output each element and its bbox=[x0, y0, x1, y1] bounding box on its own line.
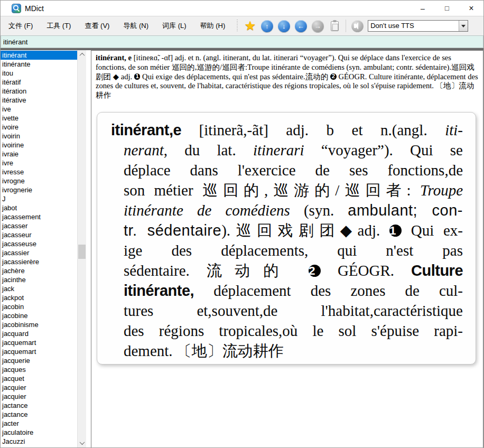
list-item[interactable]: J bbox=[1, 194, 77, 203]
list-item[interactable]: jacquard bbox=[1, 329, 77, 338]
list-item[interactable]: jacasseuse bbox=[1, 239, 77, 248]
list-item[interactable]: jaculatoire bbox=[1, 428, 77, 437]
list-item[interactable]: Jacuzzi bbox=[1, 437, 77, 446]
list-item[interactable]: jacasseur bbox=[1, 230, 77, 239]
list-item[interactable]: ivette bbox=[1, 114, 77, 123]
scan-text-line: des régions tropicales,où le sol s'épuis… bbox=[124, 321, 463, 341]
scan-text-line: tures et,souvent,de l'habitat,caractéris… bbox=[124, 301, 463, 321]
list-item[interactable]: ivoirin bbox=[1, 132, 77, 141]
list-item[interactable]: ivrognerie bbox=[1, 185, 77, 194]
word-sidebar: itinérantitinéranteitouitératifitération… bbox=[1, 50, 86, 447]
list-item[interactable]: ive bbox=[1, 105, 77, 114]
menu-view[interactable]: 查看 (V) bbox=[78, 19, 116, 33]
menu-bar: 文件 (F)工具 (T)查看 (V)导航 (N)词库 (L)帮助 (H) bbox=[2, 19, 232, 33]
list-item[interactable]: jacquet bbox=[1, 374, 77, 383]
list-item[interactable]: ivraie bbox=[1, 150, 77, 158]
app-logo-icon bbox=[12, 4, 21, 13]
favorites-button[interactable]: ★ bbox=[243, 19, 257, 33]
list-item[interactable]: jachère bbox=[1, 266, 77, 275]
maximize-button[interactable]: □ bbox=[435, 1, 459, 16]
nav-forward-button[interactable]: → bbox=[311, 19, 324, 33]
scan-text-line: son métier 巡回的,巡游的/巡回者: Troupe bbox=[124, 180, 463, 200]
list-item[interactable]: jactance bbox=[1, 401, 77, 410]
list-item[interactable]: jactance bbox=[1, 410, 77, 419]
list-item[interactable]: jacquemart bbox=[1, 347, 77, 356]
list-item[interactable]: jacassier bbox=[1, 248, 77, 257]
menu-navigate[interactable]: 导航 (N) bbox=[116, 19, 155, 33]
text-run: tures et,souvent,de l'habitat,caractéris… bbox=[124, 302, 463, 319]
text-run: Troupe bbox=[420, 182, 463, 199]
list-item[interactable]: itératif bbox=[1, 78, 77, 87]
list-item[interactable]: itinérant bbox=[1, 51, 77, 60]
list-item[interactable]: jacobine bbox=[1, 311, 77, 320]
nav-back-button[interactable]: ← bbox=[294, 19, 308, 33]
scan-text-line: sédentaire. 流动的 2 GÉOGR. Culture bbox=[124, 260, 463, 281]
list-item[interactable]: ivoire bbox=[1, 123, 77, 132]
minimize-button[interactable]: – bbox=[411, 1, 435, 16]
text-run: , du lat. bbox=[164, 142, 253, 158]
close-button[interactable]: × bbox=[459, 1, 483, 16]
list-item[interactable]: jacassierère bbox=[1, 257, 77, 266]
list-item[interactable]: jacobinisme bbox=[1, 320, 77, 329]
nav-up-button[interactable]: ↑ bbox=[260, 19, 274, 33]
list-item[interactable]: jacquier bbox=[1, 383, 77, 392]
list-item[interactable]: jacasser bbox=[1, 221, 77, 230]
scroll-down-button[interactable] bbox=[78, 438, 86, 447]
list-item[interactable]: jabot bbox=[1, 203, 77, 212]
text-run: 1 bbox=[134, 73, 141, 80]
scan-text-line: nerant, du lat. itinerari “voyager”). Qu… bbox=[124, 140, 463, 160]
menu-library[interactable]: 词库 (L) bbox=[155, 19, 193, 33]
menu-file[interactable]: 文件 (F) bbox=[2, 19, 40, 33]
text-run: itinérant, e bbox=[96, 53, 132, 62]
list-item[interactable]: jacquerie bbox=[1, 356, 77, 365]
text-run: [itinerã,-ãt] adj. b et n.(angl. bbox=[181, 122, 445, 138]
list-item[interactable]: itération bbox=[1, 87, 77, 96]
window-title: MDict bbox=[25, 4, 44, 13]
tts-select[interactable]: Don't use TTS bbox=[368, 20, 468, 32]
list-item[interactable]: jacter bbox=[1, 419, 77, 428]
main-area: itinérantitinéranteitouitératifitération… bbox=[1, 50, 483, 447]
list-item[interactable]: jacquemart bbox=[1, 338, 77, 347]
text-run: iti- bbox=[445, 122, 463, 138]
toolbar-gripper bbox=[236, 20, 238, 32]
scrollbar-thumb[interactable] bbox=[78, 245, 86, 259]
paste-button[interactable] bbox=[328, 19, 341, 33]
list-item[interactable]: jacquier bbox=[1, 392, 77, 401]
nav-down-button[interactable]: ↓ bbox=[277, 19, 291, 33]
menu-tools[interactable]: 工具 (T) bbox=[40, 19, 78, 33]
menu-help[interactable]: 帮助 (H) bbox=[193, 19, 232, 33]
list-item[interactable]: itinérante bbox=[1, 60, 77, 69]
list-item[interactable]: jacinthe bbox=[1, 275, 77, 284]
text-run: (syn. bbox=[290, 202, 348, 219]
pane-splitter[interactable] bbox=[86, 50, 91, 447]
scan-text-line: itinérant,e [itinerã,-ãt] adj. b et n.(a… bbox=[111, 120, 463, 140]
text-run: ).巡回戏剧团◆adj. bbox=[221, 222, 389, 239]
tts-dropdown-button[interactable] bbox=[459, 21, 468, 31]
text-run: Qui ex- bbox=[402, 222, 463, 239]
list-item[interactable]: ivre bbox=[1, 158, 77, 167]
list-item[interactable]: itou bbox=[1, 69, 77, 78]
chevron-down-icon bbox=[79, 440, 85, 445]
menu-toolbar: 文件 (F)工具 (T)查看 (V)导航 (N)词库 (L)帮助 (H) ★ ↑… bbox=[1, 16, 483, 35]
speak-button[interactable] bbox=[350, 19, 364, 33]
sidebar-scrollbar[interactable] bbox=[77, 50, 86, 447]
list-item[interactable]: itérative bbox=[1, 96, 77, 105]
toolbar-separator bbox=[346, 20, 346, 32]
scan-text-line: déplace dans l'exercice de ses fonctions… bbox=[124, 160, 463, 180]
text-run: GÉOGR. bbox=[321, 262, 411, 279]
nav-down-icon: ↓ bbox=[278, 20, 290, 32]
list-item[interactable]: jacassement bbox=[1, 212, 77, 221]
nav-up-icon: ↑ bbox=[261, 20, 273, 32]
list-item[interactable]: jackpot bbox=[1, 293, 77, 302]
list-item[interactable]: jack bbox=[1, 284, 77, 293]
text-run: déplacement des zones de cul- bbox=[194, 282, 463, 299]
text-run: son métier 巡回的,巡游的/巡回者: bbox=[124, 182, 420, 199]
scroll-up-button[interactable] bbox=[78, 50, 86, 59]
list-item[interactable]: jacques bbox=[1, 365, 77, 374]
search-input[interactable] bbox=[1, 35, 483, 48]
list-item[interactable]: jacobin bbox=[1, 302, 77, 311]
list-item[interactable]: ivresse bbox=[1, 167, 77, 176]
list-item[interactable]: ivrogne bbox=[1, 176, 77, 185]
text-run: nerant bbox=[124, 142, 164, 158]
list-item[interactable]: ivoirine bbox=[1, 141, 77, 150]
